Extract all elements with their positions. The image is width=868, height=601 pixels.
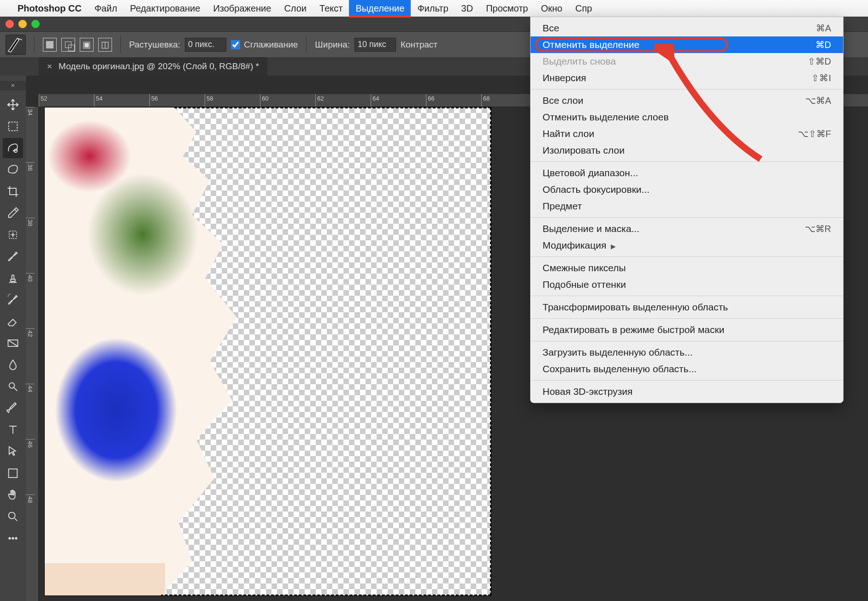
menuitem-модификация[interactable]: Модификация: [531, 237, 843, 254]
antialias-checkbox[interactable]: Сглаживание: [231, 40, 298, 50]
tool-brush[interactable]: [3, 246, 23, 267]
minimize-window-icon[interactable]: [18, 20, 27, 28]
svg-point-4: [9, 383, 15, 388]
feather-label: Растушевка:: [129, 40, 180, 50]
menu-выделение[interactable]: Выделение: [349, 0, 411, 17]
svg-point-8: [12, 537, 14, 539]
menuitem-трансформировать-выделенную-область[interactable]: Трансформировать выделенную область: [531, 299, 843, 315]
tool-eyedropper[interactable]: [3, 203, 23, 223]
tool-crop[interactable]: [3, 181, 23, 202]
tool-lasso[interactable]: [3, 160, 23, 180]
menu-изображение[interactable]: Изображение: [207, 0, 278, 17]
menuitem-цветовой-диапазон-[interactable]: Цветовой диапазон...: [531, 165, 843, 181]
menuitem-смежные-пикселы[interactable]: Смежные пикселы: [531, 260, 843, 276]
menuitem-инверсия[interactable]: Инверсия⇧⌘I: [531, 70, 843, 86]
contrast-label: Контраст: [401, 40, 437, 50]
menuitem-изолировать-слои[interactable]: Изолировать слои: [531, 142, 843, 159]
svg-point-9: [15, 537, 17, 539]
feather-input[interactable]: [185, 38, 226, 52]
tool-eraser[interactable]: [3, 311, 23, 332]
tool-type[interactable]: [3, 420, 23, 440]
tool-shape[interactable]: [3, 463, 23, 483]
ruler-vertical: 3436384042444648: [26, 107, 39, 601]
selection-subtract-icon[interactable]: ▣: [80, 38, 94, 52]
menuitem-все[interactable]: Все⌘A: [531, 20, 843, 36]
tool-history-brush[interactable]: [3, 290, 23, 310]
tool-dodge[interactable]: [3, 376, 23, 397]
menuitem-все-слои[interactable]: Все слои⌥⌘A: [531, 92, 843, 109]
menu-файл[interactable]: Файл: [88, 0, 124, 17]
menuitem-отменить-выделение-слоев[interactable]: Отменить выделение слоев: [531, 109, 843, 125]
menuitem-область-фокусировки-[interactable]: Область фокусировки...: [531, 181, 843, 198]
width-input[interactable]: [354, 38, 396, 52]
menuitem-сохранить-выделенную-область-[interactable]: Сохранить выделенную область...: [531, 361, 843, 377]
current-tool-thumb[interactable]: [6, 35, 26, 55]
menu-редактирование[interactable]: Редактирование: [124, 0, 207, 17]
mac-menubar: Photoshop CC ФайлРедактированиеИзображен…: [0, 0, 868, 17]
document-tab[interactable]: × Модель оригинал.jpg @ 202% (Слой 0, RG…: [39, 57, 267, 76]
tool-zoom[interactable]: [3, 506, 23, 527]
close-tab-icon[interactable]: ×: [47, 61, 52, 71]
tool-stamp[interactable]: [3, 268, 23, 288]
menu-слои[interactable]: Слои: [278, 0, 313, 17]
tool-move[interactable]: [3, 95, 23, 115]
tool-marquee[interactable]: [3, 116, 23, 137]
toolbox-expander[interactable]: »: [0, 81, 26, 90]
svg-rect-0: [9, 122, 18, 131]
svg-rect-5: [9, 469, 18, 478]
document-tab-title: Модель оригинал.jpg @ 202% (Слой 0, RGB/…: [59, 61, 259, 71]
menu-фильтр[interactable]: Фильтр: [411, 0, 455, 17]
selection-new-icon[interactable]: [43, 38, 57, 52]
toolbox: »: [0, 76, 26, 601]
tool-hand[interactable]: [3, 485, 23, 505]
tool-more[interactable]: [3, 528, 23, 548]
tool-path-select[interactable]: [3, 441, 23, 462]
tool-magnetic-lasso[interactable]: [3, 138, 23, 158]
menuitem-выделить-снова: Выделить снова⇧⌘D: [531, 53, 843, 70]
menuitem-редактировать-в-режиме-быстрой-маски[interactable]: Редактировать в режиме быстрой маски: [531, 321, 843, 338]
antialias-label: Сглаживание: [244, 40, 298, 50]
width-label: Ширина:: [315, 40, 350, 50]
menu-просмотр[interactable]: Просмотр: [479, 0, 534, 17]
svg-point-7: [9, 537, 11, 539]
selection-intersect-icon[interactable]: ◫: [98, 38, 112, 52]
menuitem-отменить-выделение[interactable]: Отменить выделение⌘D: [531, 36, 843, 53]
menuitem-загрузить-выделенную-область-[interactable]: Загрузить выделенную область...: [531, 344, 843, 361]
zoom-window-icon[interactable]: [31, 20, 40, 28]
tool-pen[interactable]: [3, 398, 23, 418]
menuitem-предмет[interactable]: Предмет: [531, 198, 843, 214]
document-canvas[interactable]: [44, 107, 491, 596]
menu-3d[interactable]: 3D: [455, 0, 480, 17]
antialias-check[interactable]: [231, 40, 240, 49]
app-name: Photoshop CC: [18, 3, 82, 14]
tool-heal[interactable]: [3, 225, 23, 245]
menuitem-найти-слои[interactable]: Найти слои⌥⇧⌘F: [531, 125, 843, 142]
tool-gradient[interactable]: [3, 333, 23, 353]
menu-окно[interactable]: Окно: [535, 0, 569, 17]
menuitem-подобные-оттенки[interactable]: Подобные оттенки: [531, 276, 843, 293]
menuitem-выделение-и-маска-[interactable]: Выделение и маска...⌥⌘R: [531, 220, 843, 237]
menu-текст[interactable]: Текст: [313, 0, 349, 17]
svg-point-6: [9, 512, 15, 519]
tool-blur[interactable]: [3, 355, 23, 375]
menu-спр[interactable]: Спр: [569, 0, 598, 17]
image-content-bottom: [45, 563, 165, 595]
close-window-icon[interactable]: [6, 20, 14, 28]
selection-add-icon[interactable]: [61, 38, 75, 52]
menuitem-новая-3d-экструзия[interactable]: Новая 3D-экструзия: [531, 383, 843, 400]
selection-menu-dropdown: Все⌘AОтменить выделение⌘DВыделить снова⇧…: [530, 17, 844, 403]
